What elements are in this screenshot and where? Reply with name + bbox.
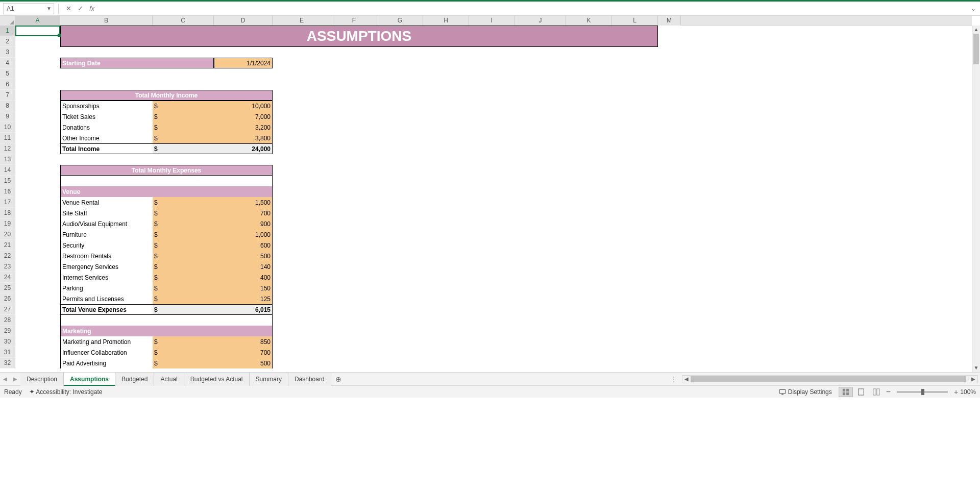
venue-val[interactable]: 700: [214, 208, 273, 218]
normal-view-button[interactable]: [839, 387, 853, 397]
row-header-7[interactable]: 7: [0, 90, 15, 101]
column-header-F[interactable]: F: [331, 16, 377, 26]
enter-formula-icon[interactable]: ✓: [78, 5, 83, 12]
row-header-6[interactable]: 6: [0, 79, 15, 90]
zoom-in-button[interactable]: +: [954, 388, 958, 396]
horizontal-scrollbar[interactable]: ◀ ▶: [682, 375, 978, 383]
row-header-12[interactable]: 12: [0, 143, 15, 154]
banner-title[interactable]: ASSUMPTIONS: [60, 26, 658, 47]
row-header-27[interactable]: 27: [0, 304, 15, 315]
income-total-val[interactable]: 24,000: [214, 143, 273, 154]
row-header-4[interactable]: 4: [0, 58, 15, 68]
expand-formula-bar-icon[interactable]: ⌄: [967, 5, 980, 12]
venue-sym[interactable]: $: [153, 283, 214, 293]
column-header-J[interactable]: J: [515, 16, 566, 26]
income-val[interactable]: 10,000: [214, 101, 273, 111]
row-header-25[interactable]: 25: [0, 283, 15, 293]
marketing-val[interactable]: 700: [214, 347, 273, 358]
venue-label[interactable]: Restroom Rentals: [60, 251, 153, 261]
vertical-scrollbar[interactable]: ▲ ▼: [972, 26, 980, 372]
expenses-blank[interactable]: [60, 176, 273, 186]
income-sym[interactable]: $: [153, 101, 214, 111]
marketing-val[interactable]: 850: [214, 336, 273, 347]
row-header-5[interactable]: 5: [0, 68, 15, 79]
venue-label[interactable]: Venue Rental: [60, 197, 153, 208]
row-header-21[interactable]: 21: [0, 240, 15, 251]
row-header-22[interactable]: 22: [0, 251, 15, 261]
sheet-tab-dashboard[interactable]: Dashboard: [288, 373, 331, 386]
row-header-15[interactable]: 15: [0, 176, 15, 186]
income-label[interactable]: Other Income: [60, 133, 153, 143]
cancel-formula-icon[interactable]: ✕: [66, 5, 71, 12]
accessibility-status[interactable]: ✦ Accessibility: Investigate: [29, 388, 103, 396]
venue-total-sym[interactable]: $: [153, 304, 214, 315]
venue-val[interactable]: 900: [214, 218, 273, 229]
income-total-label[interactable]: Total Income: [60, 143, 153, 154]
venue-total-label[interactable]: Total Venue Expenses: [60, 304, 153, 315]
venue-val[interactable]: 150: [214, 283, 273, 293]
row-header-29[interactable]: 29: [0, 326, 15, 336]
row-header-1[interactable]: 1: [0, 26, 15, 36]
row-header-3[interactable]: 3: [0, 47, 15, 58]
zoom-slider-thumb[interactable]: [921, 389, 924, 395]
row-header-11[interactable]: 11: [0, 133, 15, 143]
row-header-19[interactable]: 19: [0, 218, 15, 229]
income-sym[interactable]: $: [153, 111, 214, 122]
row-header-23[interactable]: 23: [0, 261, 15, 272]
income-label[interactable]: Ticket Sales: [60, 111, 153, 122]
column-header-L[interactable]: L: [612, 16, 658, 26]
column-header-G[interactable]: G: [377, 16, 423, 26]
venue-sym[interactable]: $: [153, 218, 214, 229]
venue-sym[interactable]: $: [153, 229, 214, 240]
column-header-B[interactable]: B: [60, 16, 153, 26]
marketing-label[interactable]: Paid Advertising: [60, 358, 153, 368]
row-header-10[interactable]: 10: [0, 122, 15, 133]
venue-total-val[interactable]: 6,015: [214, 304, 273, 315]
row-header-31[interactable]: 31: [0, 347, 15, 358]
column-header-K[interactable]: K: [566, 16, 612, 26]
row-header-13[interactable]: 13: [0, 154, 15, 165]
income-label[interactable]: Donations: [60, 122, 153, 133]
row-header-30[interactable]: 30: [0, 336, 15, 347]
page-layout-view-button[interactable]: [854, 387, 868, 397]
vertical-scroll-track[interactable]: [972, 34, 980, 364]
tab-scroll-right-icon[interactable]: ▶: [10, 376, 20, 382]
income-header[interactable]: Total Monthly Income: [60, 90, 273, 101]
income-val[interactable]: 3,800: [214, 133, 273, 143]
marketing-header[interactable]: Marketing: [60, 326, 273, 336]
fx-icon[interactable]: fx: [89, 5, 94, 12]
add-sheet-button[interactable]: ⊕: [331, 375, 346, 383]
marketing-label[interactable]: Influencer Collaboration: [60, 347, 153, 358]
venue-val[interactable]: 400: [214, 272, 273, 283]
marketing-sym[interactable]: $: [153, 358, 214, 368]
cells-layer[interactable]: ASSUMPTIONSStarting Date1/1/2024Total Mo…: [15, 26, 972, 372]
marketing-sym[interactable]: $: [153, 347, 214, 358]
row-header-9[interactable]: 9: [0, 111, 15, 122]
venue-label[interactable]: Security: [60, 240, 153, 251]
venue-sym[interactable]: $: [153, 293, 214, 304]
venue-val[interactable]: 1,500: [214, 197, 273, 208]
venue-sym[interactable]: $: [153, 240, 214, 251]
sheet-tab-actual[interactable]: Actual: [154, 373, 184, 386]
zoom-out-button[interactable]: −: [886, 387, 891, 397]
venue-sym[interactable]: $: [153, 272, 214, 283]
column-header-C[interactable]: C: [153, 16, 214, 26]
venue-sym[interactable]: $: [153, 208, 214, 218]
income-total-sym[interactable]: $: [153, 143, 214, 154]
column-header-H[interactable]: H: [423, 16, 469, 26]
row-header-24[interactable]: 24: [0, 272, 15, 283]
expenses-blank2[interactable]: [60, 315, 273, 326]
name-box[interactable]: A1 ▼: [3, 3, 54, 14]
column-header-D[interactable]: D: [214, 16, 273, 26]
column-header-A[interactable]: A: [15, 16, 60, 26]
column-header-M[interactable]: M: [658, 16, 681, 26]
venue-sym[interactable]: $: [153, 251, 214, 261]
zoom-slider[interactable]: [897, 391, 948, 393]
venue-val[interactable]: 140: [214, 261, 273, 272]
venue-val[interactable]: 1,000: [214, 229, 273, 240]
select-all-triangle[interactable]: [0, 16, 15, 26]
sheet-tab-description[interactable]: Description: [20, 373, 64, 386]
marketing-label[interactable]: Marketing and Promotion: [60, 336, 153, 347]
venue-val[interactable]: 600: [214, 240, 273, 251]
venue-label[interactable]: Internet Services: [60, 272, 153, 283]
